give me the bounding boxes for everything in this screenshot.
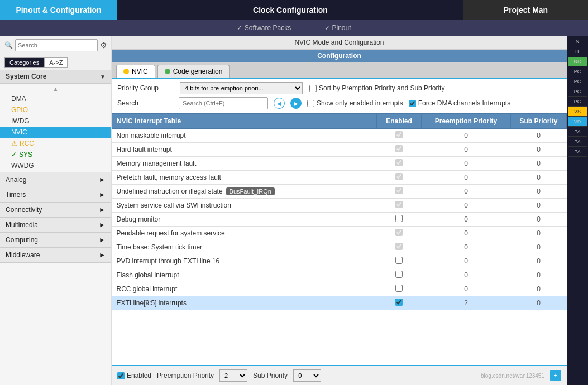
table-row[interactable]: Debug monitor00 <box>112 213 567 227</box>
bottom-enabled-checkbox[interactable] <box>117 372 125 379</box>
table-row[interactable]: Prefetch fault, memory access fault00 <box>112 171 567 185</box>
right-item-n[interactable]: N <box>568 37 587 46</box>
system-core-label: System Core <box>6 73 46 80</box>
header-project[interactable]: Project Man <box>463 0 588 20</box>
tab-az[interactable]: A->Z <box>44 57 68 68</box>
sidebar-item-iwdg[interactable]: IWDG <box>0 116 111 127</box>
sub-header: ✓ Software Packs ✓ Pinout <box>0 20 588 36</box>
right-item-pc2[interactable]: PC <box>568 77 587 86</box>
content-title: NVIC Mode and Configuration <box>112 36 567 50</box>
search-prev-btn[interactable]: ◀ <box>274 98 285 109</box>
show-enabled-checkbox[interactable] <box>307 100 314 107</box>
sidebar-category-middleware[interactable]: Middleware ► <box>0 248 111 262</box>
right-item-pc3[interactable]: PC <box>568 87 587 97</box>
sidebar-section-computing: Computing ► <box>0 233 111 248</box>
config-label: Configuration <box>112 50 567 62</box>
chevron-right-icon-timers: ► <box>99 191 106 199</box>
enabled-checkbox[interactable] <box>395 257 403 264</box>
controls-panel: Priority Group 4 bits for pre-emption pr… <box>112 79 567 113</box>
tab-code-gen[interactable]: Code generation <box>157 65 230 78</box>
sidebar-category-connectivity[interactable]: Connectivity ► <box>0 203 111 217</box>
search-input[interactable] <box>179 97 268 109</box>
sidebar-section-header-system-core[interactable]: System Core ▼ <box>0 70 111 84</box>
right-item-pc1[interactable]: PC <box>568 67 587 76</box>
priority-group-label: Priority Group <box>117 84 173 92</box>
enabled-checkbox[interactable] <box>395 271 403 278</box>
table-row[interactable]: PVD interrupt through EXTI line 1600 <box>112 254 567 268</box>
enabled-checkbox[interactable] <box>395 201 403 208</box>
chevron-down-icon: ▼ <box>100 74 106 80</box>
enabled-checkbox[interactable] <box>395 187 403 194</box>
search-next-btn[interactable]: ▶ <box>290 98 302 109</box>
tab-categories[interactable]: Categories <box>4 57 44 68</box>
sidebar-search-input[interactable] <box>15 39 98 51</box>
right-item-vs[interactable]: VS <box>568 107 587 117</box>
right-item-vd[interactable]: VD <box>568 117 587 127</box>
sidebar-item-rcc[interactable]: ⚠ RCC <box>0 138 111 149</box>
warning-icon: ⚠ <box>11 139 17 147</box>
table-row[interactable]: Flash global interrupt00 <box>112 268 567 282</box>
plus-icon[interactable]: + <box>550 370 561 381</box>
sidebar-item-sys[interactable]: ✓ SYS <box>0 149 111 160</box>
priority-group-select[interactable]: 4 bits for pre-emption priori... <box>180 82 303 94</box>
header: Pinout & Configuration Clock Configurati… <box>0 0 588 20</box>
checkmark-icon: ✓ <box>11 151 17 158</box>
header-pinout[interactable]: Pinout & Configuration <box>0 0 117 20</box>
right-item-nr[interactable]: NR <box>568 57 587 66</box>
sidebar-category-analog[interactable]: Analog ► <box>0 172 111 187</box>
chevron-right-icon-mid: ► <box>99 251 106 259</box>
right-item-pa2[interactable]: PA <box>568 137 587 147</box>
right-item-pa3[interactable]: PA <box>568 147 587 157</box>
show-enabled-label: Show only enabled interrupts <box>317 99 403 107</box>
sidebar-category-computing[interactable]: Computing ► <box>0 233 111 247</box>
sidebar-section-middleware: Middleware ► <box>0 248 111 263</box>
enabled-checkbox[interactable] <box>395 285 403 292</box>
busfault-badge: BusFault_IRQn <box>226 187 275 195</box>
header-clock[interactable]: Clock Configuration <box>117 0 463 20</box>
sidebar-section-system-core: System Core ▼ ▲ DMA GPIO IWDG NVIC ⚠ RCC… <box>0 70 111 172</box>
table-row[interactable]: Hard fault interrupt00 <box>112 143 567 157</box>
bottom-preemption-select[interactable]: 2 <box>219 369 247 382</box>
table-row[interactable]: Memory management fault00 <box>112 157 567 171</box>
table-row[interactable]: EXTI line[9:5] interrupts20 <box>112 296 567 310</box>
force-dma-checkbox[interactable] <box>409 100 416 107</box>
right-item-pc4[interactable]: PC <box>568 97 587 107</box>
sort-checkbox[interactable] <box>309 85 317 92</box>
pinout-link[interactable]: ✓ Pinout <box>324 24 351 32</box>
content-area: NVIC Mode and Configuration Configuratio… <box>112 36 567 385</box>
table-row[interactable]: Non maskable interrupt00 <box>112 129 567 143</box>
sidebar-item-gpio[interactable]: GPIO <box>0 104 111 116</box>
bottom-sub-label: Sub Priority <box>253 372 288 379</box>
nvic-dot <box>123 69 129 74</box>
right-panel: N IT NR PC PC PC PC VS VD PA PA PA <box>567 36 588 385</box>
force-dma-label: Force DMA channels Interrupts <box>418 99 510 107</box>
enabled-checkbox[interactable] <box>395 131 403 138</box>
sidebar-category-timers[interactable]: Timers ► <box>0 187 111 202</box>
bottom-sub-select[interactable]: 0 <box>293 369 321 382</box>
right-item-pa1[interactable]: PA <box>568 127 587 137</box>
tab-nvic[interactable]: NVIC <box>116 65 155 78</box>
gear-icon[interactable]: ⚙ <box>100 41 107 50</box>
table-row[interactable]: Pendable request for system service00 <box>112 227 567 240</box>
tabs-bar: NVIC Code generation <box>112 62 567 79</box>
enabled-checkbox[interactable] <box>395 243 403 250</box>
right-item-it[interactable]: IT <box>568 47 587 56</box>
table-header-preemption: Preemption Priority <box>422 114 511 129</box>
sidebar-category-multimedia[interactable]: Multimedia ► <box>0 218 111 232</box>
enabled-checkbox[interactable] <box>395 159 403 166</box>
main-layout: 🔍 ⚙ Categories A->Z System Core ▼ ▲ DMA … <box>0 36 588 385</box>
table-row[interactable]: Undefined instruction or illegal stateBu… <box>112 185 567 199</box>
enabled-checkbox[interactable] <box>395 215 403 222</box>
software-packs-link[interactable]: ✓ Software Packs <box>237 24 291 32</box>
sidebar: 🔍 ⚙ Categories A->Z System Core ▼ ▲ DMA … <box>0 36 112 385</box>
enabled-checkbox[interactable] <box>395 173 403 180</box>
table-row[interactable]: System service call via SWI instruction0… <box>112 199 567 213</box>
enabled-checkbox[interactable] <box>395 229 403 236</box>
sidebar-item-wwdg[interactable]: WWDG <box>0 160 111 171</box>
table-row[interactable]: RCC global interrupt00 <box>112 282 567 296</box>
sidebar-item-nvic[interactable]: NVIC <box>0 127 111 138</box>
table-row[interactable]: Time base: System tick timer00 <box>112 240 567 254</box>
enabled-checkbox[interactable] <box>395 299 403 306</box>
enabled-checkbox[interactable] <box>395 145 403 152</box>
sidebar-item-dma[interactable]: DMA <box>0 93 111 104</box>
